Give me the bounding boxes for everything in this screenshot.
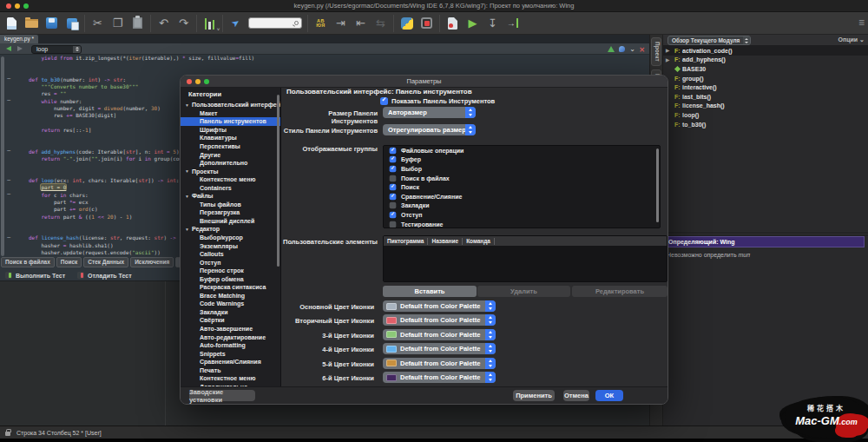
stop-debug-button[interactable] [417,13,437,33]
toolbar-menu-button[interactable]: ≡ [858,17,865,28]
custom-elements-table[interactable]: ПиктограммаНазваниеКоманда [383,235,667,282]
category-row[interactable]: ▼Редактор [181,225,280,234]
symbol-dropdown[interactable]: loop [31,45,82,54]
category-row[interactable]: Макет [181,109,280,118]
category-row[interactable]: Авто-редактирование [181,333,280,341]
close-editor-icon[interactable]: ✕ [639,46,645,54]
symbol-row[interactable]: ▶F:add_hyphens() [663,56,868,65]
toolbar-size-dropdown[interactable]: Авторазмер [383,107,476,118]
category-row[interactable]: Выбор/курсор [181,234,280,242]
category-row[interactable]: Авто-завершение [181,325,280,333]
symbol-row[interactable]: F:interactive() [663,82,868,92]
expander-icon[interactable]: ▶ [666,57,669,63]
tool-tab-0[interactable]: Поиск в файлах [1,257,55,267]
new-file-button[interactable] [2,13,22,33]
editor-tab-keygen[interactable]: keygen.py * [0,35,38,43]
category-row[interactable]: Другие [181,150,280,159]
group-checkbox[interactable] [390,221,397,228]
panel-splitter[interactable] [663,233,868,235]
group-row[interactable]: Поиск [384,182,660,192]
debug-marker-icon[interactable] [619,46,625,52]
category-row[interactable]: Клавиатуры [181,134,280,142]
indent-toggle-button[interactable]: ⇆ [371,13,391,33]
category-row[interactable]: Внешний дисплей [181,217,280,226]
fold-marker[interactable]: − [7,192,13,198]
category-row[interactable]: Раскраска синтаксиса [181,283,280,292]
category-row[interactable]: Code Warnings [181,300,280,308]
symbol-row[interactable]: F:to_b30() [663,120,868,129]
category-row[interactable]: Типы файлов [181,201,280,209]
category-row[interactable]: Перенос строк [181,267,280,275]
category-row[interactable]: Печать [181,366,280,375]
symbol-row[interactable]: F:last_bits() [663,92,868,102]
group-checkbox[interactable] [390,175,397,181]
warning-triangle-icon[interactable] [608,46,615,52]
table-column-header[interactable]: Название [428,238,463,245]
group-checkbox[interactable] [390,184,397,191]
icon-color-dropdown-3[interactable]: Default from Color Palette [383,343,496,354]
group-row[interactable]: Поиск в файлах [384,174,660,183]
paste-button[interactable] [128,13,148,33]
apply-button[interactable]: Применить [513,390,555,401]
category-row[interactable]: Дополнительно [181,159,280,168]
expander-icon[interactable]: ▶ [666,48,669,53]
group-row[interactable]: Выбор [384,164,660,174]
toolbar-groups-list[interactable]: Файловые операцииБуферВыборПоиск в файла… [383,145,661,228]
category-row[interactable]: Brace Matching [181,292,280,300]
table-button-0[interactable]: Вставить [383,286,477,297]
group-row[interactable]: Буфер [384,155,660,165]
save-button[interactable] [42,13,62,33]
symbol-row[interactable]: BASE30 [663,64,868,74]
toolbar-search-input[interactable] [248,17,302,29]
tree-expander-icon[interactable]: ▼ [185,168,189,174]
category-row[interactable]: ▼Файлы [181,192,280,201]
step-into-button[interactable]: → [503,13,523,33]
tool-tab-1[interactable]: Поиск [56,257,82,267]
cut-button[interactable]: ✂ [88,13,108,33]
icon-color-dropdown-1[interactable]: Default from Color Palette [383,314,496,326]
redo-button[interactable]: ↷ [174,13,194,33]
category-row[interactable]: Закладки [181,308,280,317]
python-shell-button[interactable] [397,13,417,33]
chevron-down-icon[interactable]: ⌄ [629,45,635,53]
symbol-row[interactable]: ▶F:activation_code() [663,46,868,56]
replace-case-button[interactable]: АБЮЯ [311,13,331,33]
symbol-row[interactable]: F:loop() [663,110,868,120]
groups-scrollbar[interactable] [656,148,660,222]
indent-settings-button[interactable]: ˅ [200,13,220,33]
fold-marker[interactable]: − [7,148,13,155]
run-button[interactable]: ▶ [463,13,483,33]
category-row[interactable]: Контекстное меню [181,175,280,184]
group-row[interactable]: Тестирование [384,220,660,228]
table-column-header[interactable]: Пиктограмма [384,238,428,245]
browser-mode-dropdown[interactable]: Обзор Текущего Модуля [667,36,751,45]
indent-left-button[interactable]: ⇤ [351,13,371,33]
category-row[interactable]: Auto-formatting [181,341,280,350]
group-row[interactable]: Закладки [384,201,660,211]
category-row[interactable]: ▼Проекты [181,167,280,175]
symbol-row[interactable]: F:license_hash() [663,102,868,111]
category-row[interactable]: Snippets [181,349,280,358]
category-row[interactable]: Экземпляры [181,241,280,250]
show-toolbar-checkbox[interactable] [380,97,388,105]
group-checkbox[interactable] [390,193,397,200]
fold-marker[interactable]: − [7,178,13,184]
test-action-1[interactable]: Отладить Тест [77,272,132,279]
tree-scrollbar[interactable] [277,95,280,267]
options-menu[interactable]: Опции ⌄ [838,36,865,43]
category-row[interactable]: Перезагрузка [181,208,280,217]
step-over-button[interactable]: ↧ [483,13,503,33]
icon-color-dropdown-2[interactable]: Default from Color Palette [383,329,496,340]
indent-right-button[interactable]: ⇥ [331,13,351,33]
tree-expander-icon[interactable]: ▼ [185,227,189,232]
editor-scrollbar[interactable] [1,56,4,256]
factory-defaults-button[interactable]: Заводские установки [189,390,255,401]
icon-color-dropdown-0[interactable]: Default from Color Palette [383,300,496,312]
group-checkbox[interactable] [390,147,397,154]
test-action-0[interactable]: Выполнить Тест [5,272,65,279]
group-checkbox[interactable] [390,156,397,163]
side-tab-0[interactable]: Проект [651,37,661,66]
open-file-button[interactable] [22,13,42,33]
fold-marker[interactable]: − [7,98,13,104]
category-row[interactable]: Перспективы [181,142,280,151]
